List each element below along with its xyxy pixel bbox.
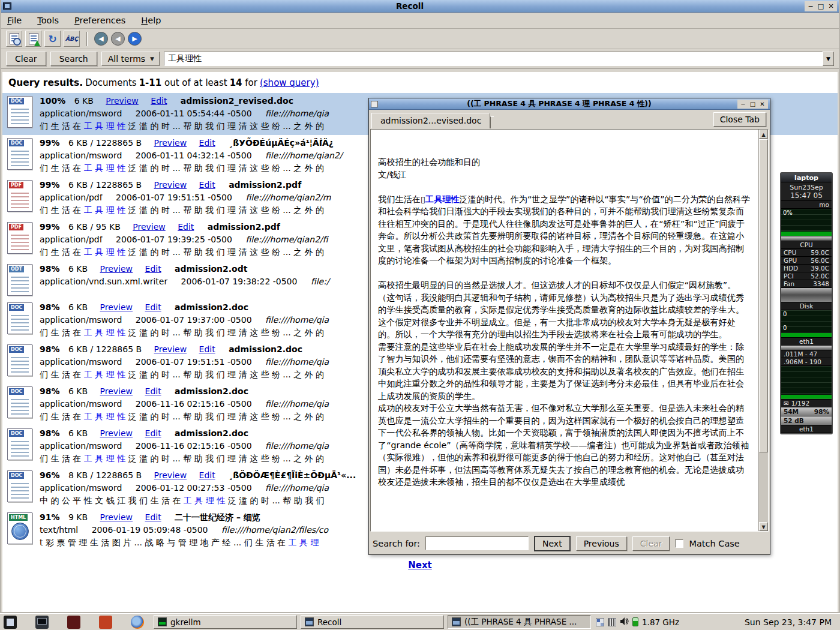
preview-link[interactable]: Preview (106, 96, 139, 106)
preview-link[interactable]: Preview (100, 302, 133, 312)
gkrellm-clock: Sun23Sep 15:47 05 (781, 182, 832, 201)
menu-help[interactable]: Help (141, 16, 161, 25)
edit-link[interactable]: Edit (145, 428, 161, 438)
task-preview[interactable]: ((工 PHRASE 4 具 PHRASE ... (448, 615, 591, 629)
launcher-firefox-icon[interactable] (131, 616, 144, 629)
preview-search-input[interactable] (425, 536, 529, 550)
close-tab-button[interactable]: Close Tab (713, 112, 766, 127)
find-next-button[interactable]: Next (534, 536, 571, 551)
document-paragraph: 需要注意的是这些毕业后在社会上能成功发展的学生并不一定是在大学里学习成绩最好的学… (378, 341, 752, 403)
match-case-checkbox[interactable] (675, 539, 683, 548)
search-input[interactable] (164, 52, 823, 66)
power-icon[interactable] (632, 617, 638, 626)
scrollbar-thumb[interactable] (759, 139, 768, 452)
menu-file[interactable]: File (7, 16, 22, 25)
preview-link[interactable]: Preview (154, 344, 187, 354)
launcher-terminal-icon[interactable] (35, 616, 49, 629)
preview-link[interactable]: Preview (100, 512, 133, 522)
result-date: 2006-01-11 04:32:14 -0500 (136, 151, 252, 160)
preview-link[interactable]: Preview (133, 222, 166, 232)
edit-link[interactable]: Edit (199, 470, 215, 480)
sort-parameters-button[interactable] (25, 31, 41, 47)
maximize-icon[interactable]: □ (748, 100, 757, 108)
first-page-icon[interactable]: ◀ (94, 32, 108, 46)
search-button[interactable]: Search (50, 52, 97, 66)
scroll-up-icon[interactable]: ▲ (759, 130, 768, 139)
pager-icon[interactable] (596, 618, 604, 626)
preview-link[interactable]: Preview (100, 386, 133, 396)
edit-link[interactable]: Edit (145, 302, 161, 312)
prev-page-icon[interactable]: ◀ (111, 32, 125, 46)
document-heading: 高校招生的社会功能和目的 (378, 156, 752, 169)
edit-link[interactable]: Edit (199, 138, 215, 148)
edit-link[interactable]: Edit (145, 386, 161, 396)
preview-link[interactable]: Preview (154, 180, 187, 190)
search-mode-select[interactable]: All terms ▼ (101, 52, 160, 66)
next-page-icon[interactable]: ▶ (128, 32, 142, 46)
result-url: file:///home/qia (265, 109, 329, 118)
result-date: 2006-01-07 19:51:51 -0500 (116, 193, 232, 202)
menu-preferences[interactable]: Preferences (74, 16, 125, 25)
result-score: 98% (40, 302, 60, 312)
edit-link[interactable]: Edit (199, 180, 215, 190)
documents-range: 1-11 (139, 77, 162, 88)
preview-scrollbar[interactable]: ▲ ▼ (758, 130, 768, 531)
filetype-icon: ODT (7, 264, 32, 296)
result-title: admission2.doc (229, 344, 302, 354)
clear-button[interactable]: Clear (6, 52, 46, 66)
keyboard-layout-icon[interactable] (608, 618, 616, 626)
volume-meter: 52 dB (781, 416, 832, 425)
menu-tools[interactable]: Tools (37, 16, 59, 25)
edit-link[interactable]: Edit (145, 264, 161, 274)
filetype-icon: DOC (7, 428, 32, 460)
task-recoll[interactable]: Recoll (301, 615, 444, 629)
minimize-icon[interactable]: − (806, 2, 815, 11)
preview-link[interactable]: Preview (100, 428, 133, 438)
result-url: file:///home/qia (265, 315, 329, 325)
result-mimetype: application/msword (40, 483, 122, 493)
document-paragraph: 成功的校友对于公立大学当然有益无害，但不像对私立大学那么至关重要。但是选入未来社… (378, 402, 752, 488)
highlighted-snippet-term: 工 具 理 性 (84, 205, 125, 215)
history-dropdown-icon[interactable]: ▼ (823, 52, 834, 66)
find-clear-button[interactable]: Clear (632, 536, 670, 551)
result-size: 6 KB (74, 96, 94, 106)
next-page-link[interactable]: Next (408, 560, 432, 571)
launcher-mail-icon[interactable] (99, 616, 112, 629)
minimize-icon[interactable]: − (739, 100, 748, 108)
result-score: 99% (40, 180, 60, 190)
result-score: 98% (40, 428, 60, 438)
launcher-desktop-icon[interactable] (4, 616, 17, 629)
gkrellm-monitor[interactable]: laptop Sun23Sep 15:47 05 mo 0% CPU CPU59… (780, 172, 833, 434)
edit-link[interactable]: Edit (145, 512, 161, 522)
preview-tab[interactable]: admission2...evised.doc (371, 113, 490, 128)
volume-icon[interactable] (620, 617, 629, 628)
show-query-link[interactable]: (show query) (260, 77, 319, 88)
preview-titlebar[interactable]: ((工 PHRASE 4 具 PHRASE 4 理 PHRASE 4 性)) −… (369, 98, 770, 110)
refresh-button[interactable]: ↻ (44, 31, 61, 47)
system-tray: 1.87 GHz (596, 617, 679, 628)
gkrellm-hostname: laptop (781, 173, 832, 182)
scroll-down-icon[interactable]: ▼ (759, 522, 768, 531)
filetype-icon: DOC (7, 344, 32, 376)
preview-link[interactable]: Preview (154, 470, 187, 480)
close-icon[interactable]: ✕ (758, 100, 767, 108)
taskbar-clock[interactable]: Sun Sep 23, 3:47 PM (739, 617, 838, 627)
edit-link[interactable]: Edit (151, 96, 167, 106)
task-gkrellm[interactable]: gkrellm (154, 615, 297, 629)
preview-link[interactable]: Preview (100, 264, 133, 274)
edit-link[interactable]: Edit (178, 222, 194, 232)
edit-link[interactable]: Edit (199, 344, 215, 354)
launcher-media-icon[interactable] (67, 616, 80, 629)
titlebar[interactable]: Recoll − □ ✕ (1, 0, 839, 13)
find-previous-button[interactable]: Previous (576, 536, 627, 551)
term-explorer-button[interactable]: ÂBÇ (64, 31, 80, 47)
result-size: 6 KB / 95 KB (68, 222, 121, 232)
highlighted-search-term: 工具理性 (425, 194, 460, 204)
pagination: Next (2, 560, 838, 571)
net-krell (781, 346, 832, 350)
preview-text[interactable]: 高校招生的社会功能和目的 文/钱江 我们生活在▯工具理性泛滥的时代。作为“世之显… (371, 130, 758, 531)
preview-link[interactable]: Preview (154, 138, 187, 148)
close-icon[interactable]: ✕ (826, 2, 836, 11)
maximize-icon[interactable]: □ (816, 2, 826, 11)
query-details-button[interactable] (6, 31, 22, 47)
